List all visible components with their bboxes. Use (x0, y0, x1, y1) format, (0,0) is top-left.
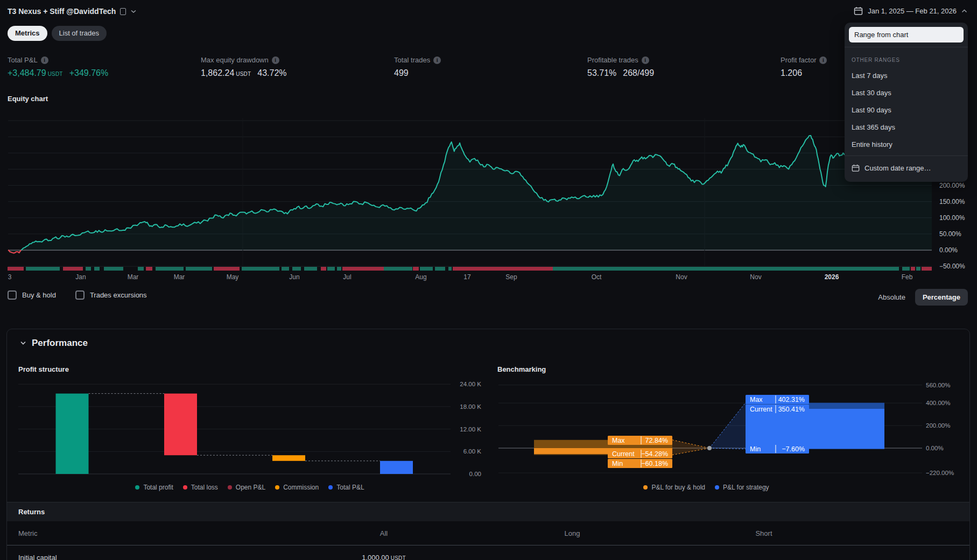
mode-absolute-button[interactable]: Absolute (870, 293, 913, 301)
returns-title: Returns (18, 508, 45, 516)
bar-total-loss[interactable] (164, 394, 197, 456)
svg-text:−54.28%: −54.28% (641, 450, 668, 458)
profit-period (186, 267, 212, 271)
legend-dot (715, 485, 719, 490)
tab-list-of-trades[interactable]: List of trades (52, 26, 107, 41)
profit-period (420, 267, 433, 271)
x-tick: Mar (128, 273, 139, 281)
info-icon[interactable]: i (272, 56, 279, 64)
legend-item[interactable]: Total P&L (328, 484, 364, 491)
x-tick: Jul (343, 273, 351, 281)
benchmarking-legend: P&L for buy & holdP&L for strategy (491, 484, 922, 491)
info-icon[interactable]: i (642, 56, 649, 64)
y-tick: 0.00 (469, 471, 481, 477)
profit-period (138, 267, 144, 271)
legend-item[interactable]: Open P&L (228, 484, 265, 491)
performance-header[interactable]: Performance (20, 338, 88, 349)
calendar-icon (852, 164, 860, 172)
x-tick: Jun (289, 273, 299, 281)
y-tick: 0.00% (939, 246, 958, 254)
x-tick: Jan (75, 273, 86, 281)
legend-item[interactable]: Commission (275, 484, 319, 491)
loss-period (8, 267, 24, 271)
menu-item-last-365-days[interactable]: Last 365 days (845, 119, 968, 136)
y-tick: 18.00 K (460, 403, 481, 410)
checkbox-box[interactable] (8, 290, 17, 300)
y-tick: 150.00% (939, 198, 965, 205)
menu-item-last-30-days[interactable]: Last 30 days (845, 84, 968, 102)
legend-dot (643, 485, 648, 490)
loss-period (342, 267, 384, 271)
menu-item-range-from-chart[interactable]: Range from chart (849, 27, 964, 42)
column-metric: Metric (18, 529, 37, 537)
svg-text:Min: Min (612, 460, 623, 467)
x-tick: Nov (750, 273, 761, 281)
legend-item[interactable]: P&L for strategy (715, 484, 769, 491)
y-tick: 0.00% (926, 445, 944, 451)
loss-period (321, 267, 326, 271)
legend-item[interactable]: Total profit (135, 484, 173, 491)
returns-section-header[interactable]: Returns (7, 502, 969, 521)
profit-period (448, 267, 452, 271)
strategy-title-row[interactable]: T3 Nexus + Stiff @DaviddTech (8, 7, 137, 16)
legend-label: P&L for buy & hold (651, 484, 705, 491)
date-range-control[interactable]: Jan 1, 2025 — Feb 21, 2026 (854, 6, 967, 16)
mode-percentage-button[interactable]: Percentage (915, 289, 968, 306)
bar-total-profit[interactable] (56, 394, 89, 474)
info-icon[interactable]: i (819, 56, 827, 64)
y-tick: 50.00% (939, 230, 961, 238)
info-icon[interactable]: i (41, 56, 48, 64)
metric-total-trades: Total tradesi499 (394, 56, 441, 78)
svg-text:Max: Max (612, 437, 625, 444)
y-tick: 24.00 K (460, 381, 481, 387)
loss-period (453, 267, 553, 271)
svg-text:−7.60%: −7.60% (782, 445, 805, 453)
menu-item-entire-history[interactable]: Entire history (845, 136, 968, 153)
calendar-icon (854, 6, 863, 16)
bar-commission[interactable] (272, 455, 305, 461)
profit-period (282, 267, 289, 271)
checkbox-box[interactable] (75, 290, 85, 300)
info-icon[interactable]: i (433, 56, 441, 64)
profit-period (292, 267, 301, 271)
legend-item[interactable]: Total loss (183, 484, 218, 491)
x-tick: Feb (902, 273, 913, 281)
bar-total-p-l[interactable] (380, 461, 413, 474)
column-long: Long (478, 529, 666, 537)
loss-period (922, 267, 932, 271)
menu-item-custom-date-range[interactable]: Custom date range… (845, 158, 968, 178)
legend-item[interactable]: P&L for buy & hold (643, 484, 705, 491)
equity-chart-title: Equity chart (8, 95, 48, 103)
legend-dot (228, 485, 232, 490)
view-tabs: MetricsList of trades (8, 26, 107, 41)
performance-charts: 24.00 K18.00 K12.00 K6.00 K0.00560.00%40… (7, 377, 971, 500)
svg-text:Min: Min (750, 445, 761, 453)
svg-text:402.31%: 402.31% (778, 396, 805, 403)
row-all-value: 1,000.00USDT (290, 554, 478, 560)
metric-label: Profitable tradesi (587, 56, 654, 64)
legend-label: Total P&L (336, 484, 364, 491)
x-tick: Oct (592, 273, 602, 281)
row-metric-label: Initial capital (18, 554, 57, 560)
equity-chart[interactable]: 3JanMarMarMayJunJulAug17SepOctNovNov2026… (0, 107, 977, 284)
x-tick: Sep (505, 273, 517, 281)
y-tick: 100.00% (939, 214, 965, 222)
svg-text:350.41%: 350.41% (778, 406, 805, 413)
legend-label: Total loss (191, 484, 218, 491)
menu-item-last-7-days[interactable]: Last 7 days (845, 67, 968, 84)
menu-section-label: OTHER RANGES (845, 49, 968, 67)
checkbox-buy-hold[interactable]: Buy & hold (8, 290, 56, 300)
chevron-up-icon (961, 9, 967, 13)
y-tick: −220.00% (926, 470, 954, 476)
metric-total-p-l: Total P&Li+3,484.79USDT+349.76% (8, 56, 108, 78)
x-tick: May (227, 273, 239, 281)
legend-label: Total profit (143, 484, 173, 491)
profit-period (384, 267, 412, 271)
profit-period (902, 267, 910, 271)
buyhold-funnel (672, 440, 709, 455)
y-tick: 400.00% (926, 400, 950, 406)
tab-metrics[interactable]: Metrics (8, 26, 47, 41)
menu-item-last-90-days[interactable]: Last 90 days (845, 102, 968, 119)
profit-structure-legend: Total profitTotal lossOpen P&LCommission… (18, 484, 481, 491)
checkbox-trades-excursions[interactable]: Trades excursions (75, 290, 147, 300)
